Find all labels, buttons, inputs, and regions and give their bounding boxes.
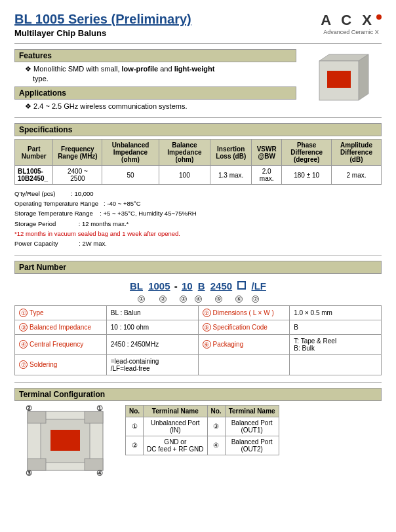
cell-phase: 180 ± 10 [282, 166, 332, 185]
main-title: BL 1005 Series (Preliminary) [14, 12, 191, 27]
chip-diagram-svg: ① ② ③ ④ [14, 405, 116, 480]
part-number-section: Part Number BL 1005 - 10 B 2450 /LF ① ② … [14, 261, 382, 375]
pn-row-1: ①Type BL : Balun ②Dimensions ( L × W ) 1… [15, 305, 382, 320]
col-header-amp: Amplitude Difference (dB) [332, 140, 382, 166]
term-col-no2: No. [207, 405, 225, 417]
chip-diagram-container: ① ② ③ ④ [14, 405, 116, 482]
specifications-section: Specifications Part Number Frequency Ran… [14, 123, 382, 248]
logo: A C X [321, 12, 382, 29]
sub-title: Multilayer Chip Baluns [14, 28, 191, 38]
pn-circle-5: ⑤ [205, 294, 231, 303]
note-qty: Q'ty/Reel (pcs) : 10,000 [14, 189, 382, 199]
table-row: BL1005-10B2450_ 2400 ~2500 50 100 1.3 ma… [15, 166, 382, 185]
terminal-section: Terminal Configuration ① ② ③ ④ [14, 388, 382, 482]
note-stor-period: Storage Period : 12 months max.* [14, 219, 382, 229]
cell-freq: 2400 ~2500 [53, 166, 102, 185]
cell-bal: 100 [159, 166, 210, 185]
pn-row-2: ③Balanced Impedance 10 : 100 ohm ⑤Specif… [15, 320, 382, 334]
term-no1-1: ① [126, 417, 144, 436]
pn-circle-2: ② [150, 294, 175, 303]
pn-circle-7: ⑦ [246, 294, 264, 303]
term-name1-1: Unbalanced Port(IN) [144, 417, 207, 436]
pn-empty-2 [290, 354, 382, 375]
note-op-temp: Operating Temperature Range : -40 ~ +85°… [14, 199, 382, 208]
pn-label-bal-imp: ③Balanced Impedance [15, 320, 107, 334]
svg-text:④: ④ [96, 469, 103, 477]
pn-detail-table: ①Type BL : Balun ②Dimensions ( L × W ) 1… [14, 305, 382, 375]
pn-label-spec-code: ⑤Specification Code [198, 320, 290, 334]
pn-diagram: BL 1005 - 10 B 2450 /LF ① ② ③ ④ ⑤ ⑥ ⑦ [14, 280, 382, 303]
pn-seg-lf: /LF [250, 280, 267, 292]
term-row-2: ② GND orDC feed + RF GND ④ Balanced Port… [126, 436, 279, 455]
term-col-name1: Terminal Name [144, 405, 207, 417]
col-header-phase: Phase Difference (degree) [282, 140, 332, 166]
svg-text:①: ① [96, 405, 103, 412]
pn-label-solder: ⑦Soldering [15, 354, 107, 375]
pn-seg-1005: 1005 [147, 280, 171, 292]
pn-box-icon [237, 281, 246, 290]
feature-item-1: Monolithic SMD with small, low-profile a… [25, 65, 296, 73]
applications-section-header: Applications [14, 86, 296, 100]
pn-circle-4: ④ [191, 294, 205, 303]
col-header-unbal: Unbalanced Impedance (ohm) [102, 140, 159, 166]
pn-seg-10: 10 [180, 280, 194, 292]
divider-2 [14, 117, 382, 118]
col-header-vswr: VSWR @BW [252, 140, 282, 166]
cell-vswr: 2.0 max. [252, 166, 282, 185]
divider-1 [14, 43, 382, 44]
pn-val-type: BL : Balun [106, 305, 198, 320]
logo-subtitle: Advanced Ceramic X [323, 29, 379, 35]
pn-row-4: ⑦Soldering =lead-containing/LF=lead-free [15, 354, 382, 375]
pn-label-cf: ④Central Frequency [15, 334, 107, 354]
pn-segments-row: BL 1005 - 10 B 2450 /LF [14, 280, 382, 292]
feature-item-1-cont: type. [33, 75, 296, 83]
pn-circles-row: ① ② ③ ④ ⑤ ⑥ ⑦ [14, 294, 382, 303]
term-row-1: ① Unbalanced Port(IN) ③ Balanced Port(OU… [126, 417, 279, 436]
pn-val-dim: 1.0 × 0.5 mm [290, 305, 382, 320]
pn-seg-bl: BL [129, 280, 144, 292]
features-applications-left: Features Monolithic SMD with small, low-… [14, 49, 296, 112]
page-header: BL 1005 Series (Preliminary) Multilayer … [14, 12, 382, 38]
svg-rect-8 [85, 411, 103, 423]
term-name1-2: GND orDC feed + RF GND [144, 436, 207, 455]
pn-val-bal-imp: 10 : 100 ohm [106, 320, 198, 334]
spec-notes: Q'ty/Reel (pcs) : 10,000 Operating Tempe… [14, 189, 382, 248]
features-section-header: Features [14, 49, 296, 62]
col-header-part: Part Number [15, 140, 53, 166]
pn-val-spec-code: B [290, 320, 382, 334]
term-name2-1: Balanced Port(OUT1) [225, 417, 279, 436]
divider-4 [14, 382, 382, 383]
col-header-ins: Insertion Loss (dB) [210, 140, 252, 166]
pn-val-solder: =lead-containing/LF=lead-free [106, 354, 198, 375]
cell-amp: 2 max. [332, 166, 382, 185]
pn-label-pkg: ⑥Packaging [198, 334, 290, 354]
svg-rect-7 [28, 411, 46, 423]
pn-val-cf: 2450 : 2450MHz [106, 334, 198, 354]
svg-text:②: ② [26, 405, 32, 412]
terminal-row: ① ② ③ ④ No. Terminal Name No. Terminal N… [14, 405, 382, 482]
pn-label-dim: ②Dimensions ( L × W ) [198, 305, 290, 320]
terminal-table-container: No. Terminal Name No. Terminal Name ① Un… [125, 405, 382, 455]
logo-area: A C X Advanced Ceramic X [321, 12, 382, 35]
pn-val-pkg: T: Tape & ReelB: Bulk [290, 334, 382, 354]
note-stor-temp: Storage Temperature Range : +5 ~ +35°C, … [14, 208, 382, 218]
note-power: Power Capacity : 2W max. [14, 238, 382, 248]
svg-text:③: ③ [26, 469, 32, 477]
svg-marker-1 [359, 54, 368, 100]
chip-illustration [296, 49, 382, 112]
col-header-bal: Balance Impedance (ohm) [159, 140, 210, 166]
divider-3 [14, 255, 382, 256]
col-header-freq: Frequency Range (MHz) [53, 140, 102, 166]
application-item-1: 2.4 ~ 2.5 GHz wireless communication sys… [25, 102, 296, 111]
svg-rect-6 [50, 430, 80, 451]
specifications-header: Specifications [14, 123, 382, 136]
pn-seg-2450: 2450 [209, 280, 233, 292]
part-number-header: Part Number [14, 261, 382, 274]
pn-empty-1 [198, 354, 290, 375]
term-no2-2: ④ [207, 436, 225, 455]
term-col-no1: No. [126, 405, 144, 417]
cell-ins: 1.3 max. [210, 166, 252, 185]
pn-seg-b: B [197, 280, 207, 292]
cell-part-num: BL1005-10B2450_ [15, 166, 53, 185]
pn-row-3: ④Central Frequency 2450 : 2450MHz ⑥Packa… [15, 334, 382, 354]
